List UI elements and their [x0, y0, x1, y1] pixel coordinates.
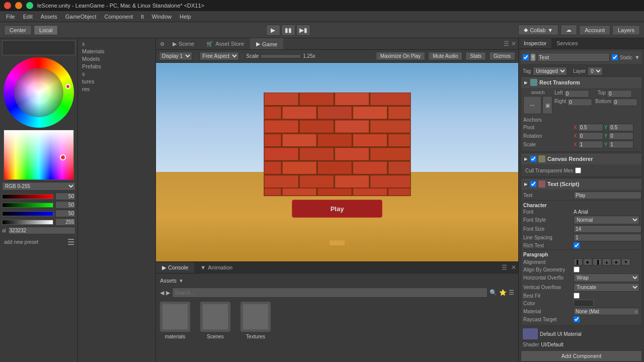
pause-button[interactable]: ▮▮ [281, 25, 295, 36]
best-fit-checkbox[interactable] [574, 293, 580, 299]
menu-edit[interactable]: Edit [19, 13, 37, 21]
assets-forward-btn[interactable]: ▶ [166, 290, 170, 296]
hierarchy-item-s[interactable]: s [80, 40, 153, 47]
b-input[interactable]: 50 [55, 210, 75, 217]
text-script-toggle[interactable]: ▶ [523, 182, 528, 187]
scale-y-input[interactable]: 1 [608, 141, 633, 148]
menu-gameobject[interactable]: GameObject [61, 13, 101, 21]
canvas-renderer-header[interactable]: ▶ Canvas Renderer [521, 153, 641, 164]
play-button[interactable]: ▶ [266, 25, 280, 36]
r-slider[interactable] [2, 194, 53, 199]
stretch-horizontal-icon[interactable]: ↔ [523, 96, 541, 114]
center-button[interactable]: Center [4, 25, 32, 35]
maximize-button[interactable] [26, 2, 33, 9]
presets-menu-button[interactable]: ☰ [67, 237, 74, 247]
assets-star-icon[interactable]: ⭐ [499, 289, 507, 296]
close-button[interactable] [4, 2, 11, 9]
align-left-btn[interactable]: ▌ [574, 258, 583, 265]
layer-select[interactable]: 0 [588, 67, 603, 75]
hierarchy-item-s2[interactable]: s [80, 70, 153, 77]
aspect-select[interactable]: Free Aspect [200, 52, 239, 60]
tab-game[interactable]: ▶ Game [250, 38, 283, 49]
a-slider[interactable] [2, 220, 53, 225]
menu-help[interactable]: Help [176, 13, 195, 21]
asset-item-textures[interactable]: Textures [240, 302, 271, 339]
align-bottom-btn[interactable]: ▼ [621, 258, 630, 265]
layers-button[interactable]: Layers [612, 25, 640, 35]
object-static-checkbox[interactable] [612, 54, 618, 60]
cloud-button[interactable]: ☁ [560, 25, 577, 35]
raycast-target-checkbox[interactable] [574, 316, 580, 322]
pivot-x-input[interactable]: 0.5 [578, 124, 603, 131]
align-right-btn[interactable]: ▐ [593, 258, 602, 265]
asset-item-scenes[interactable]: Scenes [200, 302, 230, 339]
stretch-anchor-icon[interactable]: ▣ [542, 96, 552, 114]
cull-transparent-checkbox[interactable] [575, 167, 581, 173]
vertical-overflow-select[interactable]: Truncate [574, 283, 639, 292]
add-preset-button[interactable]: add new preset [3, 238, 39, 246]
maximize-on-play-btn[interactable]: Maximize On Play [376, 52, 426, 60]
text-value-input[interactable]: Play [574, 192, 641, 199]
canvas-renderer-checkbox[interactable] [530, 156, 536, 162]
tab-animation[interactable]: ▼ Animation [194, 262, 238, 273]
left-input[interactable]: 0 [564, 90, 589, 98]
bottom-panel-close[interactable]: ✕ [509, 262, 518, 273]
font-style-select[interactable]: Normal [574, 216, 639, 224]
hex-input[interactable]: 323232 [8, 227, 75, 234]
color-wheel-container[interactable] [4, 57, 74, 128]
menu-lt[interactable]: lt [137, 13, 148, 21]
menu-component[interactable]: Component [100, 13, 137, 21]
assets-options-icon[interactable]: ☰ [509, 289, 514, 296]
horizontal-overflow-select[interactable]: Wrap [574, 274, 639, 282]
canvas-renderer-toggle[interactable]: ▶ [523, 156, 528, 161]
material-field[interactable]: None (Mat ○ [574, 308, 639, 315]
text-script-checkbox[interactable] [530, 181, 536, 187]
account-button[interactable]: Account [579, 25, 610, 35]
object-name-input[interactable] [537, 53, 610, 62]
tab-scene[interactable]: ▶ Scene [167, 39, 200, 49]
align-center-btn[interactable]: ■ [583, 258, 592, 265]
hierarchy-item-prefabs[interactable]: Prefabs [80, 63, 153, 70]
font-size-input[interactable]: 14 [574, 225, 641, 233]
scale-slider[interactable] [261, 54, 301, 58]
color-mode-select[interactable]: RGB 0-255 [2, 182, 75, 191]
rich-text-checkbox[interactable] [574, 242, 580, 248]
pivot-y-input[interactable]: 0.5 [608, 124, 633, 131]
color-saturation[interactable] [4, 130, 74, 180]
asset-item-materials[interactable]: materials [160, 302, 190, 339]
scene-panel-menu[interactable]: ☰ [504, 40, 509, 47]
tab-console[interactable]: ▶ Console [156, 262, 194, 273]
a-input[interactable]: 255 [55, 218, 75, 226]
scale-x-input[interactable]: 1 [578, 141, 603, 148]
bottom-input[interactable]: 0 [612, 99, 637, 106]
menu-assets[interactable]: Assets [37, 13, 61, 21]
r-input[interactable]: 50 [55, 193, 75, 200]
color-wheel[interactable] [4, 57, 74, 128]
menu-file[interactable]: File [2, 13, 19, 21]
collab-button[interactable]: ◆ Collab ▼ [518, 25, 558, 35]
hierarchy-item-materials[interactable]: Materials [80, 48, 153, 55]
search-icon[interactable]: 🔍 [490, 289, 497, 296]
tab-inspector[interactable]: Inspector [519, 38, 551, 48]
step-button[interactable]: ▶▮ [296, 25, 310, 36]
assets-header-btn[interactable]: ▼ [179, 278, 184, 284]
b-slider[interactable] [2, 211, 53, 216]
bottom-panel-menu[interactable]: ☰ [500, 262, 509, 273]
g-slider[interactable] [2, 203, 53, 208]
rotation-x-input[interactable]: 0 [578, 132, 603, 140]
hierarchy-item-models[interactable]: Models [80, 55, 153, 62]
hierarchy-item-res[interactable]: res [80, 85, 153, 93]
object-picker-icon[interactable]: ○ [634, 309, 637, 314]
tab-asset-store[interactable]: 🛒 Asset Store [200, 39, 250, 49]
static-dropdown[interactable]: ▼ [634, 54, 640, 60]
mute-audio-btn[interactable]: Mute Audio [428, 52, 462, 60]
align-top-btn[interactable]: ▲ [602, 258, 611, 265]
menu-window[interactable]: Window [148, 13, 176, 21]
assets-back-btn[interactable]: ◀ [160, 290, 164, 296]
rotation-y-input[interactable]: 0 [608, 132, 633, 140]
assets-search-input[interactable] [172, 288, 488, 298]
display-select[interactable]: Display 1 [159, 52, 192, 60]
right-input[interactable]: 0 [567, 99, 592, 106]
minimize-button[interactable] [15, 2, 22, 9]
scene-panel-close[interactable]: ✕ [511, 40, 516, 47]
